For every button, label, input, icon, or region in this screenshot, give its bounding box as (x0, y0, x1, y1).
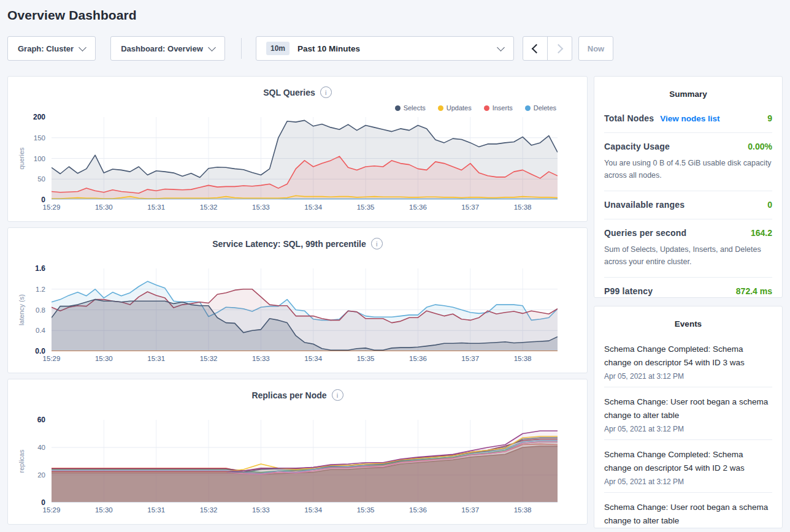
y-tick-label: 50 (8, 175, 45, 183)
summary-title: Summary (604, 89, 772, 99)
chevron-down-icon (208, 44, 216, 51)
y-tick-label: 20 (8, 471, 45, 479)
dashboard-select-button[interactable]: Dashboard: Overview (110, 36, 225, 61)
y-tick-label: 60 (8, 416, 45, 424)
event-message: Schema Change: User root began a schema … (604, 501, 772, 528)
summary-row-qps: Queries per second 164.2 Sum of Selects,… (604, 219, 772, 277)
x-tick-label: 15:30 (95, 355, 113, 362)
legend-dot-icon (525, 105, 531, 111)
x-tick-label: 15:32 (200, 355, 218, 362)
x-tick-label: 15:34 (304, 506, 322, 514)
time-range-badge: 10m (266, 42, 290, 55)
chart-title: SQL Queries (263, 88, 315, 97)
view-nodes-list-link[interactable]: View nodes list (660, 114, 719, 123)
summary-row-unavailable-ranges: Unavailable ranges 0 (604, 191, 772, 219)
legend-item[interactable]: Updates (438, 104, 472, 112)
y-tick-label: 100 (8, 154, 45, 163)
y-tick-label: 1.2 (8, 285, 45, 294)
time-nav-group (523, 36, 572, 61)
y-axis-label: replicas (18, 420, 25, 503)
legend-label: Updates (447, 104, 472, 112)
dashboard-select-label: Dashboard: Overview (121, 44, 203, 53)
summary-value: 0 (767, 200, 772, 210)
y-tick-label: 200 (8, 113, 45, 121)
chart-card-sql-queries: SQL Queries i SelectsUpdatesInsertsDelet… (7, 76, 588, 222)
legend-item[interactable]: Deletes (525, 104, 556, 112)
x-tick-label: 15:31 (147, 203, 165, 211)
chevron-down-icon (79, 44, 86, 51)
charts-column: SQL Queries i SelectsUpdatesInsertsDelet… (7, 76, 588, 528)
summary-caption: You are using 0 B of 4.5 GiB usable disk… (604, 157, 772, 181)
time-range-picker[interactable]: 10m Past 10 Minutes (256, 36, 514, 61)
now-button-label: Now (588, 44, 604, 53)
legend-item[interactable]: Selects (395, 104, 426, 112)
x-tick-label: 15:30 (95, 203, 113, 211)
x-tick-label: 15:38 (514, 203, 532, 211)
summary-value: 9 (767, 113, 772, 123)
x-tick-label: 15:37 (461, 355, 479, 362)
legend-label: Deletes (534, 104, 556, 112)
event-item[interactable]: Schema Change: User root began a schema … (604, 492, 772, 528)
legend-dot-icon (438, 105, 443, 111)
time-range-label: Past 10 Minutes (297, 44, 360, 53)
sidebar: Summary Total Nodes View nodes list 9 Ca… (594, 76, 783, 528)
y-tick-label: 0 (8, 498, 45, 507)
x-tick-label: 15:30 (95, 506, 113, 514)
prev-time-button[interactable] (523, 37, 547, 60)
chart-plot[interactable] (52, 420, 558, 503)
x-tick-label: 15:34 (304, 355, 322, 362)
x-tick-label: 15:32 (200, 506, 218, 514)
x-tick-label: 15:32 (200, 203, 218, 211)
chart-title: Replicas per Node (251, 390, 326, 400)
info-icon[interactable]: i (320, 86, 332, 98)
summary-row-capacity: Capacity Usage 0.00% You are using 0 B o… (604, 132, 772, 191)
x-tick-label: 15:33 (252, 203, 270, 211)
overview-dashboard-page: Overview Dashboard Graph: Cluster Dashbo… (0, 8, 790, 532)
y-tick-label: 1.6 (8, 264, 45, 273)
legend-dot-icon (484, 105, 489, 111)
chevron-left-icon (532, 44, 542, 53)
legend-label: Inserts (493, 104, 513, 112)
event-item[interactable]: Schema Change Completed: Schema change o… (604, 335, 772, 387)
summary-row-p99-latency: P99 latency 872.4 ms (604, 277, 772, 305)
event-message: Schema Change Completed: Schema change o… (604, 343, 772, 370)
legend-dot-icon (395, 105, 401, 111)
summary-label: Capacity Usage (604, 142, 670, 151)
y-tick-label: 0.0 (8, 347, 45, 355)
chevron-right-icon (554, 44, 564, 53)
summary-label: Unavailable ranges (604, 200, 685, 210)
y-tick-label: 40 (8, 443, 45, 452)
x-tick-label: 15:35 (357, 355, 375, 362)
info-icon[interactable]: i (332, 389, 343, 401)
now-button[interactable]: Now (578, 36, 613, 61)
x-tick-label: 15:36 (409, 355, 427, 362)
summary-label: P99 latency (604, 286, 653, 296)
chart-plot[interactable] (52, 268, 558, 351)
event-item[interactable]: Schema Change Completed: Schema change o… (604, 439, 772, 492)
summary-panel: Summary Total Nodes View nodes list 9 Ca… (594, 76, 783, 298)
next-time-button[interactable] (547, 37, 572, 60)
main-content: SQL Queries i SelectsUpdatesInsertsDelet… (7, 76, 783, 528)
event-message: Schema Change: User root began a schema … (604, 395, 772, 422)
y-tick-label: 150 (8, 134, 45, 142)
chart-plot[interactable] (52, 117, 558, 200)
chart-card-replicas-per-node: Replicas per Node i replicas 0204060 15:… (7, 379, 588, 525)
events-title: Events (604, 319, 772, 329)
summary-label: Queries per second (604, 228, 686, 238)
page-title: Overview Dashboard (7, 8, 783, 23)
summary-label: Total Nodes (604, 113, 654, 123)
chart-legend: SelectsUpdatesInsertsDeletes (395, 104, 556, 112)
x-tick-label: 15:35 (357, 506, 375, 514)
graph-select-button[interactable]: Graph: Cluster (7, 36, 96, 61)
event-timestamp: Apr 05, 2021 at 3:12 PM (604, 425, 772, 433)
info-icon[interactable]: i (371, 238, 383, 249)
x-tick-label: 15:34 (304, 203, 322, 211)
summary-row-total-nodes: Total Nodes View nodes list 9 (604, 105, 772, 132)
summary-value: 164.2 (751, 228, 772, 238)
x-tick-label: 15:37 (461, 506, 479, 514)
legend-item[interactable]: Inserts (484, 104, 513, 112)
x-tick-label: 15:33 (252, 506, 270, 514)
y-tick-label: 0.4 (8, 326, 45, 335)
event-item[interactable]: Schema Change: User root began a schema … (604, 387, 772, 439)
x-tick-label: 15:36 (409, 506, 427, 514)
